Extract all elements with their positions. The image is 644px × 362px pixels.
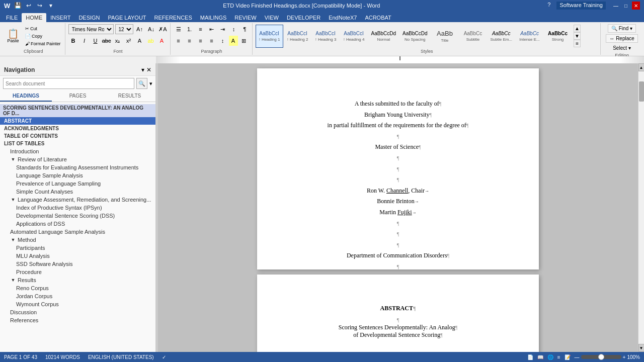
show-marks-button[interactable]: ¶: [240, 24, 250, 34]
justify-button[interactable]: ≡: [207, 36, 217, 46]
style-subtitle[interactable]: AaBbCc Subtitle: [459, 25, 487, 48]
italic-button[interactable]: I: [79, 36, 90, 46]
tab-endnote[interactable]: EndNoteX7: [325, 13, 361, 22]
numbering-button[interactable]: 1.: [185, 24, 195, 34]
search-input[interactable]: [3, 78, 134, 89]
search-button[interactable]: 🔍: [136, 78, 147, 89]
qat-dropdown-button[interactable]: ▾: [46, 1, 55, 10]
align-left-button[interactable]: ≡: [174, 36, 184, 46]
nav-item-prevalence[interactable]: Prevalence of Language Sampling: [0, 179, 155, 188]
style-heading2[interactable]: AaBbCcI ↑ Heading 2: [284, 25, 311, 48]
close-button[interactable]: ✕: [632, 2, 640, 10]
zoom-out-button[interactable]: —: [575, 354, 580, 360]
superscript-button[interactable]: x²: [124, 36, 134, 46]
line-spacing-button[interactable]: ↕: [218, 36, 228, 46]
nav-item-mlu[interactable]: MLU Analysis: [0, 252, 155, 260]
nav-item-automated[interactable]: Automated Language Sample Analysis: [0, 228, 155, 236]
style-subtle-em[interactable]: AaBbCc Subtle Em...: [487, 25, 515, 48]
zoom-slider[interactable]: [581, 355, 621, 359]
save-qat-button[interactable]: 💾: [13, 1, 22, 10]
tab-developer[interactable]: DEVELOPER: [283, 13, 325, 22]
border-button[interactable]: ⊞: [239, 36, 249, 46]
software-training[interactable]: Software Training: [556, 2, 606, 10]
style-heading3[interactable]: AaBbCcI ↑ Heading 3: [312, 25, 340, 48]
style-heading4[interactable]: AaBbCcI ↑ Heading 4: [340, 25, 368, 48]
nav-item-method[interactable]: ▼ Method: [0, 236, 155, 244]
style-heading1[interactable]: AaBbCcI ↑ Heading 1: [256, 25, 283, 48]
view-outline-icon[interactable]: ≡: [557, 354, 560, 360]
tab-acrobat[interactable]: ACROBAT: [361, 13, 395, 22]
nav-item-simple-count[interactable]: Simple Count Analyses: [0, 188, 155, 196]
tab-pages[interactable]: PAGES: [52, 91, 104, 102]
tab-references[interactable]: REFERENCES: [150, 13, 196, 22]
zoom-control[interactable]: — + 100%: [575, 354, 640, 360]
increase-indent-button[interactable]: ⇥: [218, 24, 228, 34]
style-intense-em[interactable]: AaBbCc Intense E...: [516, 25, 543, 48]
language-status[interactable]: ENGLISH (UNITED STATES): [88, 354, 154, 360]
view-web-icon[interactable]: 🌐: [547, 354, 553, 360]
view-draft-icon[interactable]: 📝: [565, 354, 571, 360]
tab-insert[interactable]: INSERT: [46, 13, 74, 22]
multilevel-button[interactable]: ≡: [196, 24, 206, 34]
vertical-scrollbar[interactable]: ▲ ▼: [638, 63, 644, 352]
replace-button[interactable]: ↔ Replace: [606, 34, 638, 43]
paste-button[interactable]: 📋 Paste: [4, 28, 22, 45]
styles-scroll-down[interactable]: ▼: [574, 32, 581, 40]
undo-qat-button[interactable]: ↩: [24, 1, 33, 10]
nav-item-review[interactable]: ▼ Review of Literature: [0, 155, 155, 163]
view-print-icon[interactable]: 📄: [527, 354, 533, 360]
tab-home[interactable]: HOME: [22, 13, 46, 22]
tab-page-layout[interactable]: PAGE LAYOUT: [104, 13, 150, 22]
nav-item-dss[interactable]: Developmental Sentence Scoring (DSS): [0, 212, 155, 220]
minimize-button[interactable]: —: [612, 2, 620, 10]
tab-view[interactable]: VIEW: [261, 13, 283, 22]
align-center-button[interactable]: ≡: [185, 36, 195, 46]
help-button[interactable]: ?: [547, 2, 550, 10]
nav-item-references[interactable]: References: [0, 316, 155, 324]
nav-item-introduction[interactable]: Introduction: [0, 147, 155, 155]
format-painter-button[interactable]: 🖌 Format Painter: [23, 40, 63, 47]
strikethrough-button[interactable]: abc: [102, 36, 112, 46]
nav-item-discussion[interactable]: Discussion: [0, 308, 155, 316]
nav-item-toc[interactable]: TABLE OF CONTENTS: [0, 132, 155, 140]
font-family-select[interactable]: Times New Ro: [68, 24, 114, 34]
maximize-button[interactable]: □: [622, 2, 630, 10]
nav-item-acknowledgments[interactable]: ACKNOWLEDGMENTS: [0, 125, 155, 132]
styles-scroll-up[interactable]: ▲: [574, 25, 581, 32]
scroll-up-button[interactable]: ▲: [638, 63, 645, 71]
nav-item-procedure[interactable]: Procedure: [0, 268, 155, 276]
nav-item-results[interactable]: ▼ Results: [0, 276, 155, 284]
grow-font-button[interactable]: A↑: [135, 24, 145, 34]
redo-qat-button[interactable]: ↪: [35, 1, 44, 10]
tab-results[interactable]: RESULTS: [104, 91, 155, 102]
styles-expand[interactable]: ≡: [574, 40, 581, 47]
document-area[interactable]: A thesis submitted to the faculty of¶ Br…: [158, 63, 638, 352]
nav-item-ipsyn[interactable]: Index of Productive Syntax (IPSyn): [0, 204, 155, 212]
font-color-button[interactable]: A: [157, 36, 167, 46]
tab-design[interactable]: DESIGN: [74, 13, 104, 22]
text-effects-button[interactable]: A: [135, 36, 145, 46]
zoom-slider-thumb[interactable]: [598, 354, 604, 360]
nav-item-dss-app[interactable]: Applications of DSS: [0, 220, 155, 228]
decrease-indent-button[interactable]: ⇤: [207, 24, 217, 34]
zoom-in-button[interactable]: +: [623, 354, 626, 360]
clear-format-button[interactable]: ✗A: [158, 24, 168, 34]
cut-button[interactable]: ✂ Cut: [23, 25, 63, 32]
nav-item-standards[interactable]: Standards for Evaluating Assessment Inst…: [0, 163, 155, 171]
align-right-button[interactable]: ≡: [196, 36, 206, 46]
nav-item-wymount[interactable]: Wymount Corpus: [0, 300, 155, 308]
style-strong[interactable]: AaBbCc Strong: [544, 25, 572, 48]
nav-item-scoring[interactable]: Scoring Sentences Developmentally: An An…: [0, 104, 155, 117]
sort-button[interactable]: ↕: [229, 24, 239, 34]
nav-item-lang-assess[interactable]: ▼ Language Assessment, Remediation, and …: [0, 196, 155, 204]
bullets-button[interactable]: ☰: [174, 24, 184, 34]
font-size-select[interactable]: 12: [115, 24, 133, 34]
subscript-button[interactable]: x₂: [113, 36, 123, 46]
nav-item-abstract[interactable]: ABSTRACT: [0, 117, 155, 125]
bold-button[interactable]: B: [68, 36, 78, 46]
tab-review[interactable]: REVIEW: [230, 13, 260, 22]
tab-file[interactable]: FILE: [2, 13, 22, 22]
tab-headings[interactable]: HEADINGS: [0, 91, 52, 102]
nav-item-lot[interactable]: LIST OF TABLES: [0, 140, 155, 147]
tab-mailings[interactable]: MAILINGS: [196, 13, 231, 22]
